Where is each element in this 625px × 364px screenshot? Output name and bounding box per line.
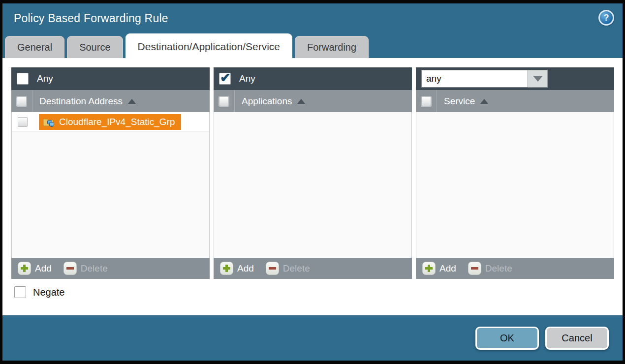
dialog-titlebar: Policy Based Forwarding Rule ? (2, 3, 623, 33)
cancel-button[interactable]: Cancel (545, 327, 609, 350)
service-type-select: any (421, 70, 548, 88)
destination-list: Cloudflare_IPv4_Static_Grp (11, 112, 210, 258)
delete-button-label: Delete (283, 263, 310, 274)
sort-ascending-icon (128, 99, 136, 104)
delete-button-label: Delete (81, 263, 108, 274)
selected-address-group[interactable]: Cloudflare_IPv4_Static_Grp (39, 114, 181, 130)
applications-footer: Add Delete (214, 258, 412, 279)
help-icon[interactable]: ? (598, 10, 614, 26)
service-dropdown-bar: any (416, 67, 614, 90)
service-panel: any Service (416, 67, 614, 279)
add-plus-icon (18, 262, 31, 275)
service-header-row: Service (416, 90, 614, 112)
item-checkbox-cell (12, 117, 33, 127)
negate-checkbox[interactable] (14, 286, 26, 298)
tab-bar: General Source Destination/Application/S… (2, 33, 623, 58)
applications-delete-button[interactable]: Delete (266, 262, 310, 275)
tab-source[interactable]: Source (67, 36, 123, 58)
destination-column-header[interactable]: Destination Address (39, 96, 136, 107)
applications-any-bar: Any (214, 67, 412, 90)
service-selectall-cell (416, 90, 437, 112)
applications-any-checkbox[interactable] (219, 73, 231, 85)
destination-add-button[interactable]: Add (18, 262, 52, 275)
applications-add-button[interactable]: Add (220, 262, 254, 275)
destination-address-panel: Any Destination Address (11, 67, 210, 279)
service-column-header[interactable]: Service (444, 96, 488, 107)
delete-button-label: Delete (485, 263, 512, 274)
tab-forwarding[interactable]: Forwarding (295, 36, 369, 58)
service-column-header-label: Service (444, 96, 475, 107)
delete-minus-icon (266, 262, 279, 275)
add-button-label: Add (237, 263, 254, 274)
applications-panel: Any Applications Add (214, 67, 412, 279)
negate-row: Negate (11, 286, 614, 298)
sort-ascending-icon (297, 99, 305, 104)
tab-general[interactable]: General (5, 36, 64, 58)
applications-column-header[interactable]: Applications (242, 96, 305, 107)
destination-column-header-label: Destination Address (39, 96, 123, 107)
list-item[interactable]: Cloudflare_IPv4_Static_Grp (12, 112, 209, 132)
screenshot-frame: Policy Based Forwarding Rule ? General S… (0, 0, 625, 364)
service-delete-button[interactable]: Delete (468, 262, 512, 275)
tab-content: Any Destination Address (2, 58, 623, 315)
add-plus-icon (220, 262, 233, 275)
ok-button[interactable]: OK (475, 327, 539, 350)
dialog-title: Policy Based Forwarding Rule (14, 12, 168, 25)
panel-group: Any Destination Address (11, 67, 614, 279)
destination-selectall-cell (11, 90, 32, 112)
destination-footer: Add Delete (11, 258, 210, 279)
item-checkbox[interactable] (18, 117, 28, 127)
pbf-rule-dialog: Policy Based Forwarding Rule ? General S… (2, 3, 623, 361)
applications-any-label: Any (239, 73, 255, 84)
tab-destination-application-service[interactable]: Destination/Application/Service (125, 33, 293, 58)
destination-delete-button[interactable]: Delete (63, 262, 108, 275)
delete-minus-icon (468, 262, 481, 275)
destination-selectall-checkbox[interactable] (17, 96, 27, 106)
add-button-label: Add (35, 263, 52, 274)
destination-any-label: Any (37, 73, 53, 84)
chevron-down-icon (533, 76, 543, 82)
applications-selectall-checkbox[interactable] (219, 96, 229, 106)
applications-selectall-cell (214, 90, 235, 112)
service-selectall-checkbox[interactable] (421, 96, 431, 106)
address-group-icon (42, 117, 55, 127)
destination-any-checkbox[interactable] (17, 73, 29, 85)
add-button-label: Add (439, 263, 456, 274)
destination-header-row: Destination Address (11, 90, 210, 112)
applications-header-row: Applications (214, 90, 412, 112)
service-type-value[interactable]: any (421, 70, 528, 88)
destination-any-bar: Any (11, 67, 210, 90)
address-group-name: Cloudflare_IPv4_Static_Grp (59, 117, 175, 127)
sort-ascending-icon (480, 99, 488, 104)
negate-label: Negate (33, 287, 65, 298)
service-list (416, 112, 614, 258)
service-footer: Add Delete (416, 258, 614, 279)
service-add-button[interactable]: Add (422, 262, 456, 275)
applications-list (214, 112, 412, 258)
add-plus-icon (422, 262, 436, 275)
service-type-dropdown-button[interactable] (528, 70, 548, 88)
delete-minus-icon (63, 262, 77, 275)
applications-column-header-label: Applications (242, 96, 292, 107)
dialog-footer: OK Cancel (2, 315, 623, 361)
